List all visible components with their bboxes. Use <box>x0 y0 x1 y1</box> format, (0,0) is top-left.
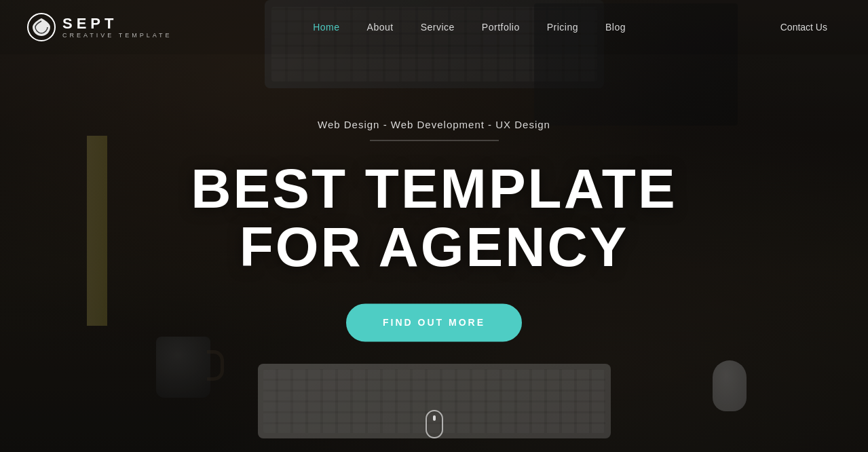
nav-contact: Contact Us <box>767 21 841 33</box>
nav-link-pricing[interactable]: Pricing <box>533 15 592 39</box>
logo-text: SEPT CREATIVE TEMPLATE <box>62 16 172 39</box>
nav-link-portfolio[interactable]: Portfolio <box>468 15 533 39</box>
hero-title: BEST TEMPLATE FOR AGENCY <box>129 159 740 276</box>
nav-item-service: Service <box>407 21 468 33</box>
logo-name: SEPT <box>62 16 172 32</box>
nav-link-home[interactable]: Home <box>299 15 353 39</box>
nav-item-about: About <box>354 21 407 33</box>
nav-item-pricing: Pricing <box>533 21 592 33</box>
nav-links: Home About Service Portfolio Pricing Blo… <box>299 21 639 33</box>
nav-item-home: Home <box>299 21 353 33</box>
nav-link-blog[interactable]: Blog <box>592 15 639 39</box>
nav-item-portfolio: Portfolio <box>468 21 533 33</box>
cta-button[interactable]: FIND OUT MORE <box>346 304 522 342</box>
scroll-indicator <box>426 410 443 438</box>
contact-us-link[interactable]: Contact Us <box>767 15 841 39</box>
logo-link[interactable]: SEPT CREATIVE TEMPLATE <box>27 13 172 41</box>
logo-icon <box>27 13 56 41</box>
nav-link-about[interactable]: About <box>354 15 407 39</box>
nav-link-service[interactable]: Service <box>407 15 468 39</box>
navbar: SEPT CREATIVE TEMPLATE Home About Servic… <box>0 0 868 54</box>
logo-tagline: CREATIVE TEMPLATE <box>62 32 172 39</box>
hero-section: SEPT CREATIVE TEMPLATE Home About Servic… <box>0 0 868 452</box>
nav-item-blog: Blog <box>592 21 639 33</box>
hero-content: Web Design - Web Development - UX Design… <box>129 119 740 341</box>
hero-subtitle: Web Design - Web Development - UX Design <box>129 119 740 130</box>
hero-divider <box>370 140 499 140</box>
